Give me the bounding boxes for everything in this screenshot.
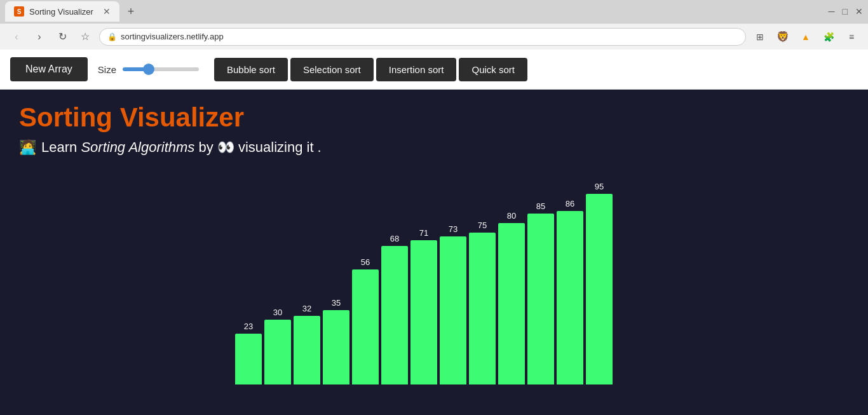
bar-value-label: 95 xyxy=(595,182,604,191)
bar-chart: 23303235566871737580858695 xyxy=(19,181,849,384)
new-tab-button[interactable]: + xyxy=(122,3,140,20)
bar-rect xyxy=(410,240,437,384)
bar-value-label: 32 xyxy=(302,304,311,313)
app-toolbar: New Array Size Bubble sort Selection sor… xyxy=(0,50,868,90)
bar-item: 30 xyxy=(264,308,291,384)
extension-grid-button[interactable]: ⊞ xyxy=(751,28,769,46)
bar-rect xyxy=(586,194,613,384)
close-window-button[interactable]: ✕ xyxy=(855,6,863,17)
bubble-sort-button[interactable]: Bubble sort xyxy=(214,58,288,81)
bar-item: 32 xyxy=(294,304,320,384)
insertion-sort-button[interactable]: Insertion sort xyxy=(376,58,457,81)
bar-rect xyxy=(440,236,466,384)
bar-item: 56 xyxy=(352,257,379,384)
back-button[interactable]: ‹ xyxy=(8,28,25,46)
bar-item: 75 xyxy=(469,221,496,384)
quick-sort-button[interactable]: Quick sort xyxy=(459,58,527,81)
bar-item: 68 xyxy=(381,234,408,384)
bar-item: 86 xyxy=(557,199,583,384)
size-control: Size xyxy=(98,64,199,75)
subtitle-emoji: 🧑‍💻 xyxy=(19,139,36,156)
bar-rect xyxy=(527,214,554,384)
bar-item: 73 xyxy=(440,224,466,384)
bar-item: 23 xyxy=(235,322,262,384)
url-text: sortingvisualizers.netlify.app xyxy=(121,32,224,41)
tab-close-button[interactable]: ✕ xyxy=(103,6,111,17)
tab-bar: S Sorting Visualizer ✕ + ─ □ ✕ xyxy=(0,0,868,23)
size-label: Size xyxy=(98,64,116,75)
brave-shield-button[interactable]: 🦁 xyxy=(774,28,792,46)
address-bar[interactable]: 🔒 sortingvisualizers.netlify.app xyxy=(99,28,746,46)
menu-button[interactable]: ≡ xyxy=(843,28,860,46)
bar-value-label: 23 xyxy=(244,322,253,331)
brave-rewards-button[interactable]: ▲ xyxy=(797,28,815,46)
new-array-button[interactable]: New Array xyxy=(10,57,88,81)
bar-rect xyxy=(381,246,408,384)
bar-value-label: 35 xyxy=(332,298,341,308)
app-content: Sorting Visualizer 🧑‍💻 Learn Sorting Alg… xyxy=(0,90,868,415)
bar-value-label: 56 xyxy=(361,257,370,267)
bar-value-label: 75 xyxy=(478,221,487,230)
bar-value-label: 80 xyxy=(507,211,516,221)
bookmark-button[interactable]: ☆ xyxy=(76,28,94,46)
bar-item: 85 xyxy=(527,201,554,384)
browser-chrome: S Sorting Visualizer ✕ + ─ □ ✕ ‹ › ↻ ☆ 🔒… xyxy=(0,0,868,50)
bar-value-label: 30 xyxy=(273,308,282,317)
bar-value-label: 68 xyxy=(390,234,399,243)
bar-value-label: 85 xyxy=(536,201,545,211)
maximize-button[interactable]: □ xyxy=(843,6,848,17)
bar-item: 71 xyxy=(410,228,437,384)
bar-item: 35 xyxy=(323,298,349,384)
reload-button[interactable]: ↻ xyxy=(53,28,71,46)
extensions-button[interactable]: 🧩 xyxy=(820,28,837,46)
active-tab[interactable]: S Sorting Visualizer ✕ xyxy=(5,1,119,22)
bar-rect xyxy=(557,211,583,384)
bar-value-label: 73 xyxy=(449,224,458,234)
tab-title: Sorting Visualizer xyxy=(29,7,93,17)
subtitle-text: Learn Sorting Algorithms by 👀 visualizin… xyxy=(41,139,322,156)
forward-button[interactable]: › xyxy=(31,28,48,46)
bar-rect xyxy=(235,334,262,384)
bar-item: 80 xyxy=(498,211,525,384)
app-subtitle: 🧑‍💻 Learn Sorting Algorithms by 👀 visual… xyxy=(19,139,849,156)
lock-icon: 🔒 xyxy=(107,32,117,41)
minimize-button[interactable]: ─ xyxy=(829,6,835,17)
bar-value-label: 71 xyxy=(419,228,428,238)
bar-rect xyxy=(323,310,349,384)
bar-value-label: 86 xyxy=(566,199,574,208)
size-slider[interactable] xyxy=(123,67,199,71)
sort-buttons: Bubble sort Selection sort Insertion sor… xyxy=(214,58,527,81)
selection-sort-button[interactable]: Selection sort xyxy=(290,58,374,81)
bar-rect xyxy=(352,269,379,384)
bar-rect xyxy=(264,320,291,384)
navigation-bar: ‹ › ↻ ☆ 🔒 sortingvisualizers.netlify.app… xyxy=(0,23,868,50)
tab-favicon: S xyxy=(14,6,24,17)
bar-item: 95 xyxy=(586,182,613,384)
browser-actions: ⊞ 🦁 ▲ 🧩 ≡ xyxy=(751,28,860,46)
bar-rect xyxy=(294,316,320,384)
bar-rect xyxy=(469,233,496,384)
bar-rect xyxy=(498,223,525,384)
app-title: Sorting Visualizer xyxy=(19,102,849,133)
